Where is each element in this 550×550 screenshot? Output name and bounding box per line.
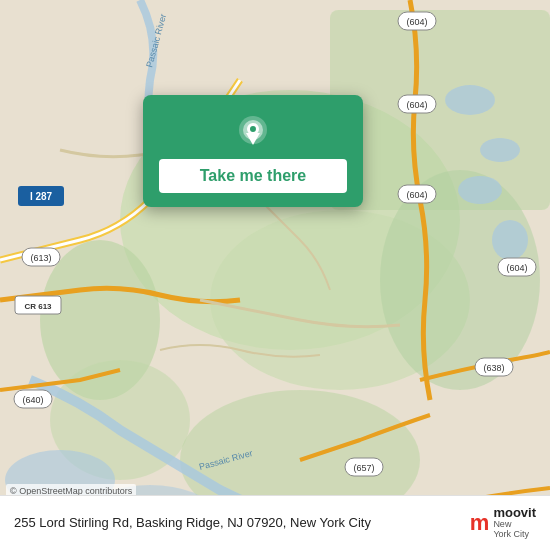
svg-text:(604): (604) [406, 190, 427, 200]
take-me-there-button[interactable]: Take me there [159, 159, 347, 193]
svg-point-8 [445, 85, 495, 115]
svg-text:(638): (638) [483, 363, 504, 373]
svg-text:(604): (604) [506, 263, 527, 273]
svg-point-9 [480, 138, 520, 162]
moovit-icon: m [470, 512, 490, 534]
moovit-logo: m moovit NewYork City [470, 506, 536, 540]
svg-point-10 [458, 176, 502, 204]
moovit-brand: moovit [493, 506, 536, 520]
svg-text:(604): (604) [406, 100, 427, 110]
bottom-bar: 255 Lord Stirling Rd, Basking Ridge, NJ … [0, 495, 550, 550]
location-pin-icon [234, 113, 272, 151]
svg-text:(640): (640) [22, 395, 43, 405]
svg-point-11 [492, 220, 528, 260]
popup-card: Take me there [143, 95, 363, 207]
svg-text:(604): (604) [406, 17, 427, 27]
svg-point-41 [250, 126, 256, 132]
svg-text:CR 613: CR 613 [24, 302, 52, 311]
map-container: I 287 (613) CR 613 (604) (604) (604) (60… [0, 0, 550, 550]
map-svg: I 287 (613) CR 613 (604) (604) (604) (60… [0, 0, 550, 550]
address-text: 255 Lord Stirling Rd, Basking Ridge, NJ … [14, 514, 458, 532]
svg-text:I 287: I 287 [30, 191, 53, 202]
moovit-tagline: NewYork City [493, 520, 536, 540]
svg-text:(613): (613) [30, 253, 51, 263]
svg-text:(657): (657) [353, 463, 374, 473]
